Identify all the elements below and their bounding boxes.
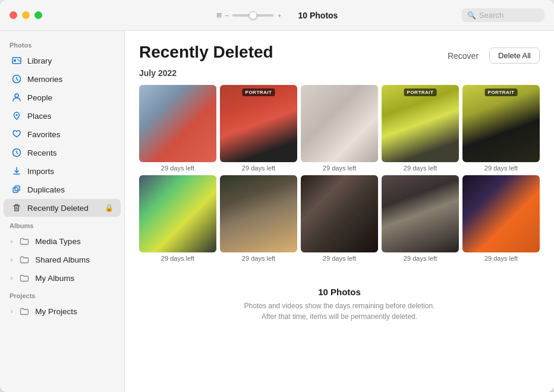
svg-point-1 [14, 59, 16, 62]
footer-info: 10 Photos Photos and videos show the day… [139, 269, 540, 334]
sidebar-item-label: My Albums [35, 274, 74, 283]
svg-rect-6 [15, 186, 20, 191]
places-icon [11, 110, 23, 122]
sidebar-item-my-albums[interactable]: › My Albums [4, 269, 121, 287]
content-area: Recently Deleted Recover Delete All July… [125, 31, 554, 392]
portrait-badge: PORTRAIT [243, 88, 275, 96]
search-bar[interactable]: 🔍 Search [461, 8, 544, 22]
list-item[interactable]: 29 days left [462, 175, 540, 262]
photo-thumbnail: PORTRAIT [220, 85, 297, 162]
list-item[interactable]: 29 days left [301, 175, 378, 262]
zoom-plus-label: + [278, 12, 281, 19]
photo-thumbnail [139, 175, 216, 252]
footer-photos-count: 10 Photos [151, 287, 528, 297]
chevron-icon: › [11, 308, 12, 315]
portrait-badge: PORTRAIT [485, 88, 518, 96]
footer-description-line2: After that time, items will be permanent… [151, 311, 528, 322]
photo-grid: 29 days left PORTRAIT 29 days left 29 da… [139, 85, 540, 262]
days-left-label: 29 days left [242, 165, 275, 172]
list-item[interactable]: PORTRAIT 29 days left [462, 85, 540, 172]
sidebar-item-recents[interactable]: Recents [4, 144, 121, 162]
list-item[interactable]: PORTRAIT 29 days left [220, 85, 297, 172]
maximize-button[interactable] [34, 11, 42, 19]
sidebar-item-imports[interactable]: Imports [4, 162, 121, 180]
toolbar-right: 🔍 Search [461, 8, 544, 22]
sidebar-item-memories[interactable]: Memories [4, 70, 121, 88]
photo-count-title: 10 Photos [298, 11, 338, 20]
days-left-label: 29 days left [242, 255, 275, 262]
sidebar-item-label: Memories [27, 75, 62, 84]
list-item[interactable]: 29 days left [139, 85, 216, 172]
photo-thumbnail: PORTRAIT [382, 85, 459, 162]
shared-folder-icon [18, 254, 30, 265]
toolbar-center: ⊞ − + 10 Photos [216, 11, 338, 20]
photo-thumbnail [462, 175, 540, 252]
svg-rect-7 [13, 188, 18, 192]
close-button[interactable] [10, 11, 17, 19]
chevron-icon: › [11, 257, 12, 263]
zoom-grid-icon: ⊞ [216, 11, 222, 19]
days-left-label: 29 days left [404, 165, 437, 172]
sidebar-item-label: Imports [27, 167, 54, 176]
footer-description-line1: Photos and videos show the days remainin… [151, 301, 528, 311]
main-layout: Photos Library M [0, 31, 554, 392]
photo-thumbnail [220, 175, 297, 252]
folder-icon [18, 235, 30, 247]
header-buttons: Recover Delete All [442, 48, 540, 64]
sidebar-item-favorites[interactable]: Favorites [4, 125, 121, 143]
sidebar-item-my-projects[interactable]: › My Projects [4, 302, 121, 320]
sidebar-item-people[interactable]: People [4, 88, 121, 106]
list-item[interactable]: 29 days left [139, 175, 216, 262]
projects-section-label: Projects [0, 287, 124, 302]
days-left-label: 29 days left [161, 165, 194, 172]
chevron-icon: › [11, 238, 12, 245]
sidebar-item-label: People [27, 93, 52, 102]
days-left-label: 29 days left [323, 255, 356, 262]
list-item[interactable]: 29 days left [301, 85, 378, 172]
trash-icon [11, 202, 23, 214]
search-icon: 🔍 [467, 11, 476, 20]
sidebar-item-duplicates[interactable]: Duplicates [4, 181, 121, 198]
list-item[interactable]: PORTRAIT 29 days left [382, 85, 459, 172]
sidebar-item-media-types[interactable]: › Media Types [4, 232, 121, 250]
sidebar-item-label: Media Types [35, 237, 80, 246]
list-item[interactable]: 29 days left [220, 175, 297, 262]
sidebar-item-label: Duplicates [27, 185, 65, 194]
zoom-thumb [249, 11, 257, 20]
imports-icon [11, 165, 23, 177]
sidebar-item-places[interactable]: Places [4, 107, 121, 125]
zoom-minus-label: − [225, 12, 229, 19]
delete-all-button[interactable]: Delete All [489, 48, 540, 64]
minimize-button[interactable] [22, 11, 30, 19]
albums-section-label: Albums [0, 217, 124, 232]
sidebar-item-label: Favorites [27, 130, 61, 139]
traffic-lights [10, 11, 42, 19]
svg-point-3 [15, 94, 18, 97]
list-item[interactable]: 29 days left [382, 175, 459, 262]
photo-thumbnail [139, 85, 216, 162]
recover-button[interactable]: Recover [442, 48, 484, 64]
photo-thumbnail [382, 175, 459, 252]
sidebar-item-recently-deleted[interactable]: Recently Deleted 🔒 [4, 199, 121, 217]
days-left-label: 29 days left [161, 255, 194, 262]
duplicates-icon [11, 184, 23, 195]
memories-icon [11, 73, 23, 85]
sidebar-item-library[interactable]: Library [4, 52, 121, 69]
days-left-label: 29 days left [404, 255, 437, 262]
search-placeholder: Search [479, 11, 503, 20]
my-albums-icon [18, 272, 30, 284]
titlebar: ⊞ − + 10 Photos 🔍 Search [0, 0, 554, 31]
days-left-label: 29 days left [323, 165, 356, 172]
photo-thumbnail [301, 85, 378, 162]
days-left-label: 29 days left [484, 255, 518, 262]
zoom-control: ⊞ − + [216, 11, 282, 19]
library-icon [11, 55, 23, 67]
svg-point-4 [16, 114, 18, 116]
photos-section-label: Photos [0, 37, 124, 51]
photo-thumbnail: PORTRAIT [462, 85, 540, 162]
zoom-slider[interactable] [232, 14, 274, 17]
sidebar-item-shared-albums[interactable]: › Shared Albums [4, 251, 121, 268]
recents-icon [11, 147, 23, 159]
date-section: July 2022 [139, 68, 540, 78]
favorites-icon [11, 128, 23, 140]
